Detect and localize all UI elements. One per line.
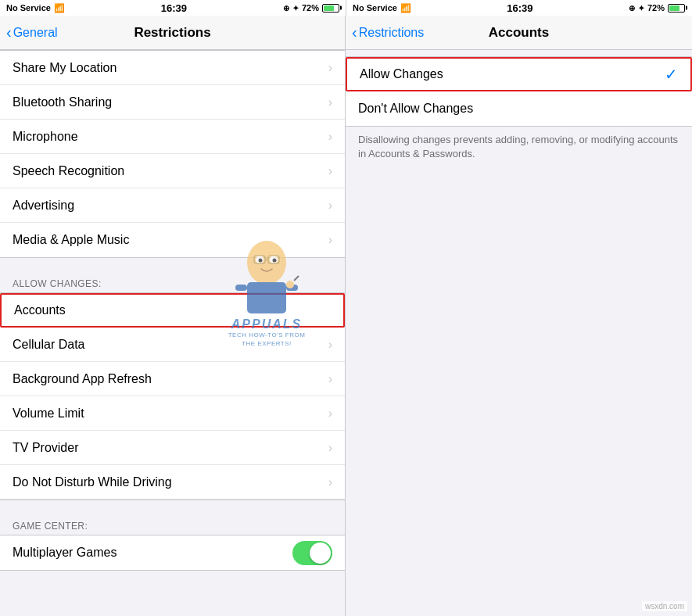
dont-allow-changes-label: Don't Allow Changes [358,102,679,116]
background-app-refresh-label: Background App Refresh [13,372,328,386]
allow-changes-row[interactable]: Allow Changes ✓ [346,57,692,91]
media-apple-music-chevron-icon: › [328,233,332,247]
allow-changes-label: Allow Changes [360,67,665,81]
speech-recognition-chevron-icon: › [328,164,332,178]
left-back-label: General [13,26,58,40]
multiplayer-games-label: Multiplayer Games [13,546,292,560]
left-panel: ‹ General Restrictions Share My Location… [0,16,346,616]
right-scroll-area[interactable]: Allow Changes ✓ Don't Allow Changes Disa… [346,50,692,616]
left-time: 16:39 [161,2,187,14]
spacer-1 [0,258,345,272]
volume-limit-chevron-icon: › [328,406,332,421]
cellular-data-row[interactable]: Cellular Data › [0,328,345,362]
tv-provider-chevron-icon: › [328,441,332,455]
right-back-label: Restrictions [359,26,425,40]
left-carrier: No Service [6,3,51,13]
right-panel: ‹ Restrictions Accounts Allow Changes ✓ … [346,16,692,616]
right-carrier: No Service [353,3,397,13]
right-battery-pct: 72% [647,3,665,13]
right-nav-title: Accounts [489,25,549,41]
background-app-refresh-row[interactable]: Background App Refresh › [0,362,345,396]
tv-provider-label: TV Provider [13,441,328,455]
allow-changes-header: ALLOW CHANGES: [0,272,345,292]
cellular-data-chevron-icon: › [328,338,332,352]
left-bluetooth-icon: ✦ [292,4,299,13]
media-apple-music-label: Media & Apple Music [13,233,328,247]
do-not-disturb-row[interactable]: Do Not Disturb While Driving › [0,465,345,500]
do-not-disturb-label: Do Not Disturb While Driving [13,475,328,489]
bluetooth-sharing-row[interactable]: Bluetooth Sharing › [0,85,345,120]
do-not-disturb-chevron-icon: › [328,475,332,489]
share-location-row[interactable]: Share My Location › [0,51,345,85]
dont-allow-changes-row[interactable]: Don't Allow Changes [346,91,692,126]
left-battery-pct: 72% [302,3,319,13]
right-back-button[interactable]: ‹ Restrictions [352,25,424,40]
accounts-label: Accounts [14,303,331,317]
wsxdn-watermark: wsxdn.com [642,601,687,611]
game-center-group: Multiplayer Games [0,535,345,571]
microphone-label: Microphone [13,130,328,144]
left-wifi-icon: 📶 [54,3,65,13]
left-nav-bar: ‹ General Restrictions [0,16,345,50]
accounts-row[interactable]: Accounts [0,293,345,328]
bluetooth-sharing-label: Bluetooth Sharing [13,95,328,109]
left-scroll-area[interactable]: Share My Location › Bluetooth Sharing › … [0,50,345,616]
advertising-label: Advertising [13,199,328,213]
share-location-label: Share My Location [13,61,328,75]
right-status-bar: No Service 📶 16:39 ⊕ ✦ 72% [346,0,691,16]
left-back-chevron-icon: ‹ [6,24,12,40]
allow-changes-checkmark-icon: ✓ [665,65,678,84]
top-settings-group: Share My Location › Bluetooth Sharing › … [0,50,345,258]
left-status-bar: No Service 📶 16:39 ⊕ ✦ 72% [0,0,346,16]
left-nav-title: Restrictions [134,25,210,41]
multiplayer-games-row[interactable]: Multiplayer Games [0,535,345,570]
right-bluetooth-icon: ✦ [638,4,644,13]
left-location-icon: ⊕ [283,4,289,13]
right-wifi-icon: 📶 [400,3,411,13]
spacer-2 [0,500,345,514]
main-content: ‹ General Restrictions Share My Location… [0,16,692,616]
right-battery-icon [668,4,685,13]
microphone-row[interactable]: Microphone › [0,120,345,154]
left-back-button[interactable]: ‹ General [6,25,58,40]
right-nav-bar: ‹ Restrictions Accounts [346,16,692,50]
microphone-chevron-icon: › [328,130,332,144]
media-apple-music-row[interactable]: Media & Apple Music › [0,223,345,257]
right-time: 16:39 [507,2,532,14]
speech-recognition-row[interactable]: Speech Recognition › [0,154,345,188]
advertising-chevron-icon: › [328,199,332,213]
accounts-description: Disallowing changes prevents adding, rem… [346,127,692,167]
bluetooth-sharing-chevron-icon: › [328,95,332,109]
game-center-header: GAME CENTER: [0,514,345,535]
share-location-chevron-icon: › [328,61,332,75]
volume-limit-row[interactable]: Volume Limit › [0,396,345,431]
volume-limit-label: Volume Limit [13,406,328,421]
speech-recognition-label: Speech Recognition [13,164,328,178]
multiplayer-games-toggle[interactable] [292,541,332,565]
background-app-refresh-chevron-icon: › [328,372,332,386]
status-bars: No Service 📶 16:39 ⊕ ✦ 72% No Service 📶 … [0,0,692,16]
cellular-data-label: Cellular Data [13,338,328,352]
toggle-knob [310,543,331,564]
right-back-chevron-icon: ‹ [352,24,357,40]
left-battery-icon [322,4,339,13]
allow-changes-group: Accounts Cellular Data › Background App … [0,292,345,500]
advertising-row[interactable]: Advertising › [0,188,345,223]
tv-provider-row[interactable]: TV Provider › [0,431,345,465]
right-location-icon: ⊕ [629,4,635,13]
right-options-group: Allow Changes ✓ Don't Allow Changes [346,56,692,127]
